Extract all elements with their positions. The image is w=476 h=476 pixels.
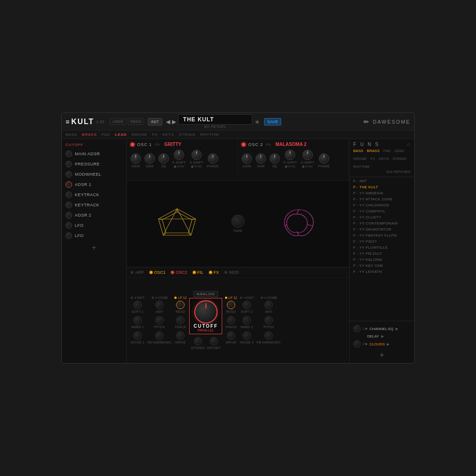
dist2-hard2-knob[interactable] — [243, 316, 251, 324]
cutoff-stereo-knob[interactable] — [194, 337, 202, 345]
mod-knob-adsr1[interactable] — [66, 181, 72, 188]
patch-item-flowtille[interactable]: F - YY FLOWTILLE — [350, 245, 414, 251]
dist1-hard1-knob[interactable] — [133, 316, 142, 324]
cat-bass[interactable]: BASS — [66, 132, 77, 137]
patch-item-contemporain[interactable]: F - YY CONTEMPORAIN — [350, 220, 414, 226]
osc2-phase-knob[interactable] — [319, 153, 329, 164]
dist2-soft2-knob[interactable] — [243, 301, 251, 309]
funs-cat-string[interactable]: STRING — [392, 157, 406, 161]
mod-knob-keytrack2[interactable] — [66, 202, 72, 208]
funs-cat-fx[interactable]: FX — [370, 157, 375, 161]
funs-cat-brass[interactable]: BRASS — [367, 149, 379, 153]
comb1-amt-knob[interactable] — [155, 301, 164, 309]
mod-knob-pressure[interactable] — [66, 161, 72, 167]
osc2-gain-knob[interactable] — [242, 153, 252, 164]
wet2-knob[interactable] — [353, 340, 361, 348]
lp12r-drive-knob[interactable] — [227, 331, 235, 340]
mod-item-keytrack2[interactable]: KEYTRACK — [62, 200, 126, 210]
mod-item-adsr2[interactable]: ADSR 2 — [62, 210, 126, 220]
init-button[interactable]: INIT — [148, 118, 162, 126]
mod-knob-lfo1[interactable] — [66, 222, 72, 229]
favorite-button[interactable]: ★ — [254, 118, 260, 126]
mod-knob-keytrack1[interactable] — [66, 192, 72, 198]
osc1-sshift-knob[interactable] — [192, 150, 202, 160]
cat-pad[interactable]: PAD — [101, 132, 110, 137]
lp12l-reso-knob[interactable] — [176, 301, 185, 309]
wet1-knob[interactable] — [353, 325, 361, 332]
osc2-fshift-knob[interactable] — [285, 150, 295, 160]
comb2-amt-knob[interactable] — [264, 301, 273, 309]
osc2-sshift-knob[interactable] — [303, 150, 313, 160]
mod-item-main-adsr[interactable]: MAIN ADSR — [62, 149, 126, 159]
comb1-fb-knob[interactable] — [155, 331, 164, 340]
fx-add-button[interactable]: + — [379, 350, 384, 360]
funs-cat-lead[interactable]: LEAD — [394, 149, 404, 153]
mod-item-modwheel[interactable]: MODWHEEL — [62, 169, 126, 179]
clouds-arrow[interactable]: ▶ — [387, 342, 390, 346]
patch-item-clusty[interactable]: F - YY CLUSTY — [350, 214, 414, 220]
save-button[interactable]: SAVE — [264, 118, 281, 126]
tab-mod[interactable]: MOD — [225, 270, 239, 275]
tab-osc1[interactable]: OSC1 — [150, 270, 166, 275]
patch-item-attack-zone[interactable]: F - YY ATTACK ZONE — [350, 196, 414, 202]
redo-button[interactable]: REDO — [128, 119, 144, 125]
comb2-fb-knob[interactable] — [264, 331, 273, 340]
patch-item-devastator[interactable]: F - YY DEVASTATOR — [350, 226, 414, 232]
osc1-saw-knob[interactable] — [145, 153, 155, 164]
mod-item-lfo2[interactable]: LFO — [62, 231, 126, 241]
funs-cat-pad[interactable]: PAD — [383, 149, 390, 153]
dist2-noise2-knob[interactable] — [243, 331, 251, 340]
dist1-noise1-knob[interactable] — [133, 331, 142, 340]
mod-item-keytrack1[interactable]: KEYTRACK — [62, 190, 126, 200]
funs-cat-keys[interactable]: KEYS — [379, 157, 389, 161]
tab-arp[interactable]: ARP — [131, 270, 144, 275]
patch-item-childhood[interactable]: F - YY CHILDHOOD — [350, 202, 414, 208]
mod-item-pressure[interactable]: PRESSURE — [62, 159, 126, 169]
patch-item-the-kult[interactable]: F - THE KULT — [350, 184, 414, 190]
comb2-pitch-knob[interactable] — [264, 316, 273, 324]
osc2-nav[interactable]: <> — [266, 142, 271, 147]
patch-item-kaloma[interactable]: F - YY KALOMA — [350, 257, 414, 263]
fade-knob[interactable] — [231, 215, 245, 228]
osc1-fshift-knob[interactable] — [174, 150, 184, 160]
channel-eq-arrow[interactable]: ▶ — [396, 327, 398, 331]
next-patch-button[interactable]: ▶ — [172, 119, 176, 125]
osc2-saw-knob[interactable] — [256, 153, 266, 164]
patch-item-cinephyl[interactable]: F - YY CINEPHYL — [350, 208, 414, 214]
fx-right-clouds[interactable]: CLOUDS — [370, 342, 385, 346]
fx-right-delay-name[interactable]: DELAY — [367, 334, 379, 338]
patch-item-fantasy-flute[interactable]: F - YY FANTASY FLUTE — [350, 232, 414, 238]
fx-right-channel-eq[interactable]: CHANNEL EQ — [370, 327, 394, 331]
dist1-soft1-knob[interactable] — [133, 301, 142, 309]
patch-item-fidzy[interactable]: F - YY FIDZY — [350, 238, 414, 245]
cat-drone[interactable]: DRONE — [132, 132, 147, 137]
lp12l-track-knob[interactable] — [176, 316, 185, 324]
tab-fil[interactable]: FIL — [193, 270, 204, 275]
cutoff-knob[interactable] — [194, 300, 218, 324]
lp12r-track-knob[interactable] — [227, 316, 235, 324]
patch-list[interactable]: F - INIT F - THE KULT F - YY AMNESIA F -… — [350, 177, 414, 321]
patch-item-leviath[interactable]: F - YY LEVIATH — [350, 269, 414, 275]
cat-string[interactable]: STRING — [179, 132, 196, 137]
osc1-gain-knob[interactable] — [131, 153, 141, 164]
patch-item-init[interactable]: F - INIT — [350, 178, 414, 184]
cat-fx[interactable]: FX — [152, 132, 158, 137]
funs-star[interactable]: ☆ — [406, 142, 410, 147]
cat-rhythm[interactable]: RHYTHM — [200, 132, 219, 137]
mod-item-adsr1[interactable]: ADSR 1 — [62, 179, 126, 190]
cat-keys[interactable]: KEYS — [162, 132, 174, 137]
tab-fx[interactable]: FX — [209, 270, 219, 275]
cutoff-offset-knob[interactable] — [210, 337, 218, 345]
prev-patch-button[interactable]: ◀ — [166, 119, 170, 125]
osc1-nav[interactable]: <> — [155, 142, 160, 147]
patch-item-key-one[interactable]: F - YY KEY ONE — [350, 263, 414, 269]
lp12r-reso-knob[interactable] — [227, 301, 235, 309]
patch-item-amnesia[interactable]: F - YY AMNESIA — [350, 190, 414, 196]
mod-knob-lfo2[interactable] — [66, 232, 72, 239]
tab-osc2[interactable]: OSC2 — [171, 270, 187, 275]
cat-brass[interactable]: BRASS — [82, 132, 97, 137]
add-modulation-button[interactable]: + — [62, 241, 126, 255]
funs-cat-rhythm[interactable]: RHYTHM — [353, 165, 369, 169]
undo-button[interactable]: UNDO — [110, 119, 126, 125]
osc1-sq-knob[interactable] — [159, 153, 169, 164]
